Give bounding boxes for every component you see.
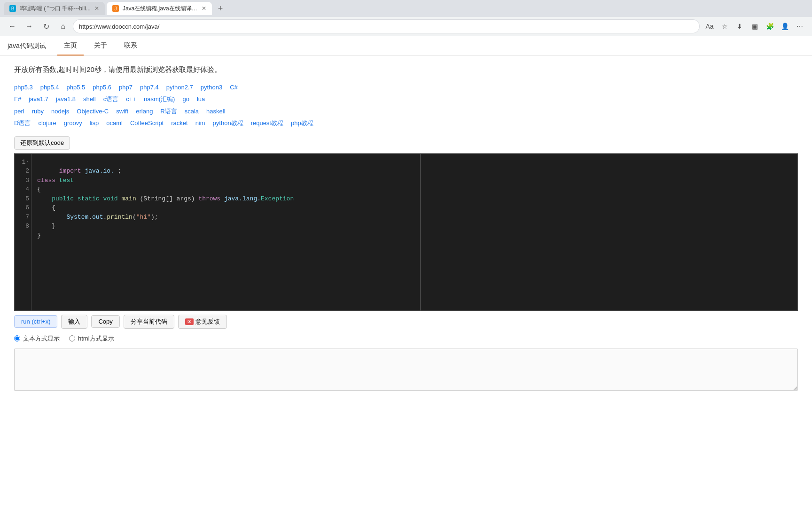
line-number-4: 4 — [18, 185, 29, 194]
tab-favicon-java: J — [112, 5, 119, 12]
lang-link-Objective-C[interactable]: Objective-C — [77, 106, 109, 117]
html-mode-label: html方式显示 — [78, 334, 114, 343]
html-mode-option[interactable]: html方式显示 — [69, 334, 114, 343]
download-button[interactable]: ⬇ — [733, 20, 746, 33]
lang-link-python教程[interactable]: python教程 — [213, 118, 243, 128]
browser-actions: Aa ☆ ⬇ ▣ 🧩 👤 ⋯ — [703, 20, 806, 33]
lang-link-F#[interactable]: F# — [14, 94, 21, 104]
tab-bar: B 哔哩哔哩 ( "つ口 千杯---bili... ✕ J Java在线编程,j… — [0, 0, 812, 17]
lang-link-perl[interactable]: perl — [14, 106, 24, 117]
input-button[interactable]: 输入 — [61, 315, 87, 329]
lang-link-php教程[interactable]: php教程 — [291, 118, 313, 128]
lang-link-python3[interactable]: python3 — [201, 82, 222, 93]
tab-label-java: Java在线编程,java在线编译器在... — [123, 5, 198, 13]
nav-contact[interactable]: 联系 — [117, 37, 144, 56]
lang-link-lisp[interactable]: lisp — [90, 118, 99, 128]
share-button[interactable]: 分享当前代码 — [124, 315, 174, 329]
lang-link-groovy[interactable]: groovy — [64, 118, 82, 128]
text-mode-label: 文本方式显示 — [23, 334, 60, 343]
refresh-button[interactable]: ↻ — [39, 20, 53, 33]
lang-link-nodejs[interactable]: nodejs — [51, 106, 69, 117]
forward-button[interactable]: → — [23, 20, 36, 33]
lang-link-CoffeeScript[interactable]: CoffeeScript — [130, 118, 164, 128]
lang-link-nim[interactable]: nim — [195, 118, 205, 128]
code-editor[interactable]: 1·2345678 import java.io. ; class test {… — [14, 153, 798, 311]
line-number-1: 1· — [18, 158, 29, 167]
browser-chrome: B 哔哩哔哩 ( "つ口 千杯---bili... ✕ J Java在线编程,j… — [0, 0, 812, 36]
address-input[interactable] — [73, 20, 699, 33]
lang-link-php5.4[interactable]: php5.4 — [40, 82, 59, 93]
lang-link-php7.4[interactable]: php7.4 — [140, 82, 159, 93]
html-mode-radio[interactable] — [69, 335, 75, 341]
new-tab-button[interactable]: + — [214, 2, 227, 15]
language-links: php5.3php5.4php5.5php5.6php7php7.4python… — [14, 82, 798, 129]
lang-link-racket[interactable]: racket — [171, 118, 187, 128]
lang-link-java1.8[interactable]: java1.8 — [56, 94, 76, 104]
tab-label-bilibili: 哔哩哔哩 ( "つ口 千杯---bili... — [20, 5, 91, 13]
favorites-button[interactable]: ☆ — [718, 20, 731, 33]
output-text-area[interactable] — [14, 349, 798, 391]
lang-link-haskell[interactable]: haskell — [206, 106, 225, 117]
lang-link-swift[interactable]: swift — [116, 106, 128, 117]
lang-link-C#[interactable]: C# — [230, 82, 238, 93]
lang-link-php7[interactable]: php7 — [119, 82, 133, 93]
extensions-button[interactable]: 🧩 — [763, 20, 776, 33]
lang-link-java1.7[interactable]: java1.7 — [29, 94, 48, 104]
lang-link-D语言[interactable]: D语言 — [14, 118, 31, 128]
lang-link-nasm(汇编)[interactable]: nasm(汇编) — [144, 94, 175, 104]
display-options: 文本方式显示 html方式显示 — [14, 334, 798, 343]
lang-link-go[interactable]: go — [182, 94, 189, 104]
site-brand: java代码测试 — [8, 42, 46, 50]
reader-mode-button[interactable]: Aa — [703, 20, 716, 33]
run-button[interactable]: run (ctrl+x) — [14, 315, 57, 328]
line-numbers: 1·2345678 — [15, 154, 31, 310]
nav-about[interactable]: 关于 — [87, 37, 114, 56]
lang-link-c语言[interactable]: c语言 — [103, 94, 119, 104]
action-bar: run (ctrl+x) 输入 Copy 分享当前代码 ✉ 意见反馈 — [14, 315, 798, 329]
line-number-8: 8 — [18, 222, 29, 231]
lang-link-php5.5[interactable]: php5.5 — [67, 82, 86, 93]
text-mode-radio[interactable] — [14, 335, 20, 341]
lang-link-php5.6[interactable]: php5.6 — [93, 82, 111, 93]
lang-link-R语言[interactable]: R语言 — [160, 106, 177, 117]
tab-bilibili[interactable]: B 哔哩哔哩 ( "つ口 千杯---bili... ✕ — [4, 2, 105, 15]
lang-link-ocaml[interactable]: ocaml — [106, 118, 123, 128]
lang-link-clojure[interactable]: clojure — [38, 118, 56, 128]
lang-link-erlang[interactable]: erlang — [136, 106, 153, 117]
code-display[interactable]: import java.io. ; class test { public st… — [31, 154, 420, 310]
profile-button[interactable]: 👤 — [778, 20, 791, 33]
feedback-icon: ✉ — [185, 318, 194, 325]
line-number-3: 3 — [18, 176, 29, 185]
text-mode-option[interactable]: 文本方式显示 — [14, 334, 60, 343]
lang-link-shell[interactable]: shell — [83, 94, 96, 104]
line-number-5: 5 — [18, 194, 29, 204]
reset-code-button[interactable]: 还原到默认code — [14, 136, 70, 150]
intro-text: 开放所有函数,超时时间20秒，请使用最新版浏览器获取最好体验。 — [14, 65, 798, 74]
lang-link-php5.3[interactable]: php5.3 — [14, 82, 33, 93]
lang-link-scala[interactable]: scala — [185, 106, 199, 117]
tab-close-bilibili[interactable]: ✕ — [94, 5, 99, 12]
line-number-7: 7 — [18, 213, 29, 222]
line-number-6: 6 — [18, 203, 29, 213]
lang-link-python2.7[interactable]: python2.7 — [166, 82, 193, 93]
lang-link-ruby[interactable]: ruby — [32, 106, 44, 117]
site-nav: java代码测试 主页 关于 联系 — [0, 36, 812, 56]
address-bar: ← → ↻ ⌂ Aa ☆ ⬇ ▣ 🧩 👤 ⋯ — [0, 17, 812, 36]
lang-link-c++[interactable]: c++ — [126, 94, 136, 104]
home-button[interactable]: ⌂ — [56, 20, 70, 33]
feedback-label: 意见反馈 — [195, 318, 220, 326]
back-button[interactable]: ← — [6, 20, 19, 33]
line-number-2: 2 — [18, 167, 29, 176]
lang-link-request教程[interactable]: request教程 — [251, 118, 283, 128]
tab-favicon-bilibili: B — [9, 5, 16, 12]
settings-button[interactable]: ⋯ — [793, 20, 806, 33]
main-content: 开放所有函数,超时时间20秒，请使用最新版浏览器获取最好体验。 php5.3ph… — [0, 56, 812, 402]
copy-button[interactable]: Copy — [91, 315, 119, 328]
collections-button[interactable]: ▣ — [748, 20, 761, 33]
feedback-button[interactable]: ✉ 意见反馈 — [178, 315, 227, 329]
output-panel — [421, 154, 798, 310]
lang-link-lua[interactable]: lua — [197, 94, 205, 104]
nav-home[interactable]: 主页 — [57, 37, 84, 56]
tab-java[interactable]: J Java在线编程,java在线编译器在... ✕ — [107, 2, 212, 15]
tab-close-java[interactable]: ✕ — [202, 5, 206, 12]
